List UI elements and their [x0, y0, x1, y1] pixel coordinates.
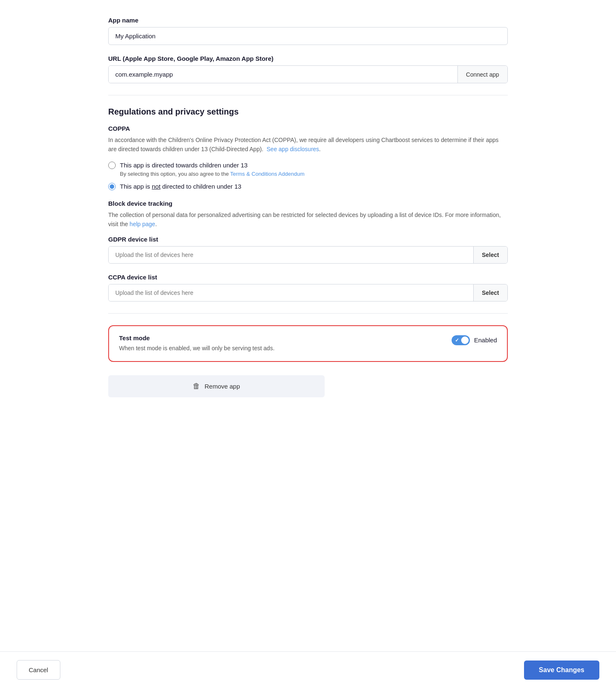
remove-app-button[interactable]: 🗑 Remove app [108, 375, 325, 397]
test-mode-toggle[interactable]: ✓ [452, 335, 470, 345]
save-changes-button[interactable]: Save Changes [524, 661, 599, 680]
test-mode-box: Test mode When test mode is enabled, we … [108, 325, 508, 362]
section-divider [108, 95, 508, 95]
url-input[interactable] [109, 66, 457, 83]
url-field-group: URL (Apple App Store, Google Play, Amazo… [108, 55, 508, 83]
test-mode-toggle-area: ✓ Enabled [452, 335, 497, 345]
remove-app-container: 🗑 Remove app [108, 375, 508, 397]
block-device-tracking-description: The collection of personal data for pers… [108, 210, 508, 229]
app-name-group: App name [108, 17, 508, 45]
test-mode-description: When test mode is enabled, we will only … [119, 344, 442, 353]
remove-app-label: Remove app [204, 383, 240, 390]
radio-child-directed-label: This app is directed towards children un… [120, 161, 304, 170]
coppa-group: COPPA In accordance with the Children's … [108, 125, 508, 192]
coppa-title: COPPA [108, 125, 508, 132]
help-page-link[interactable]: help page [129, 221, 155, 227]
block-device-tracking-group: Block device tracking The collection of … [108, 200, 508, 229]
terms-conditions-link[interactable]: Terms & Conditions Addendum [230, 171, 304, 177]
regulations-section: Regulations and privacy settings COPPA I… [108, 107, 508, 302]
gdpr-label: GDPR device list [108, 236, 508, 243]
radio-child-directed-input[interactable] [108, 162, 116, 169]
toggle-checkmark: ✓ [455, 337, 459, 343]
block-device-tracking-title: Block device tracking [108, 200, 508, 207]
ccpa-select-button[interactable]: Select [473, 284, 507, 301]
test-mode-content: Test mode When test mode is enabled, we … [119, 334, 442, 353]
radio-not-child-directed-content: This app is not directed to children und… [120, 182, 241, 192]
regulations-title: Regulations and privacy settings [108, 107, 508, 117]
radio-child-directed-item[interactable]: This app is directed towards children un… [108, 161, 508, 177]
radio-not-child-directed-label: This app is not directed to children und… [120, 182, 241, 192]
connect-app-button[interactable]: Connect app [457, 66, 507, 83]
see-disclosures-link[interactable]: See app disclosures [267, 146, 319, 152]
url-row: Connect app [108, 65, 508, 83]
radio-not-child-directed-input[interactable] [108, 183, 116, 190]
radio-child-directed-content: This app is directed towards children un… [120, 161, 304, 177]
test-mode-toggle-label: Enabled [474, 337, 497, 344]
ccpa-label: CCPA device list [108, 274, 508, 281]
radio-not-child-directed-item[interactable]: This app is not directed to children und… [108, 182, 508, 192]
toggle-slider: ✓ [452, 335, 470, 345]
radio-child-directed-sublabel: By selecting this option, you also agree… [120, 171, 304, 177]
app-name-label: App name [108, 17, 508, 24]
coppa-description: In accordance with the Children's Online… [108, 135, 508, 154]
trash-icon: 🗑 [193, 382, 200, 391]
cancel-button[interactable]: Cancel [17, 660, 60, 680]
footer-bar: Cancel Save Changes [0, 651, 616, 688]
coppa-radio-group: This app is directed towards children un… [108, 161, 508, 192]
app-name-input[interactable] [108, 27, 508, 45]
test-mode-title: Test mode [119, 334, 442, 342]
gdpr-select-button[interactable]: Select [473, 247, 507, 263]
ccpa-device-list-input[interactable] [109, 284, 473, 301]
gdpr-device-list-input[interactable] [109, 247, 473, 263]
url-label: URL (Apple App Store, Google Play, Amazo… [108, 55, 508, 62]
ccpa-device-list-row: Select [108, 284, 508, 302]
ccpa-device-list-group: CCPA device list Select [108, 274, 508, 302]
gdpr-device-list-group: GDPR device list Select [108, 236, 508, 264]
test-mode-divider [108, 313, 508, 314]
gdpr-device-list-row: Select [108, 246, 508, 264]
